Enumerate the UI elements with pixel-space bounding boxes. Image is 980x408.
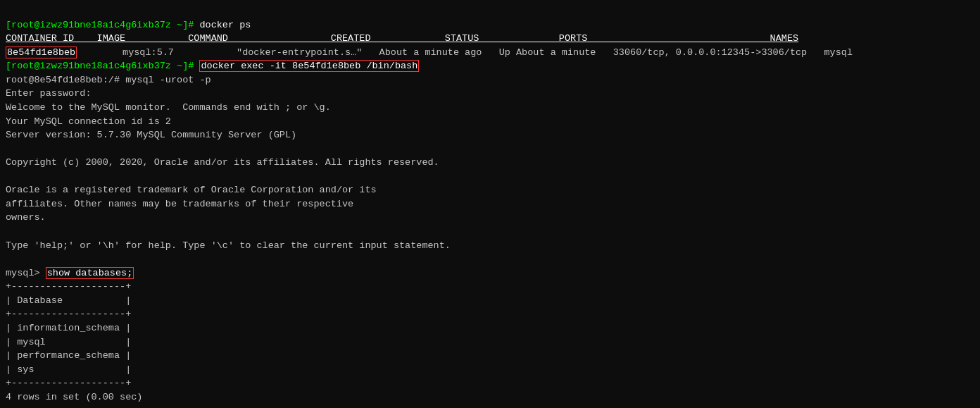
terminal-output: +--------------------+: [6, 376, 974, 390]
terminal-line: [6, 142, 974, 156]
terminal-output: | Database |: [6, 294, 974, 308]
mysql-prompt: mysql>: [6, 268, 46, 278]
terminal-output: root@8e54fd1e8beb:/# mysql -uroot -p: [6, 73, 974, 87]
terminal-line: CONTAINER ID IMAGE COMMAND CREATED STATU…: [6, 32, 974, 46]
terminal-line: 8e54fd1e8beb mysql:5.7 "docker-entrypoin…: [6, 46, 974, 60]
terminal-output: owners.: [6, 211, 974, 225]
terminal-output: | information_schema |: [6, 321, 974, 335]
shell-command-highlighted: docker exec -it 8e54fd1e8beb /bin/bash: [199, 60, 419, 72]
terminal-output: Server version: 5.7.30 MySQL Community S…: [6, 128, 974, 142]
terminal-output: | sys |: [6, 363, 974, 377]
terminal-output: Type 'help;' or '\h' for help. Type '\c'…: [6, 239, 974, 253]
table-header: CONTAINER ID IMAGE COMMAND CREATED STATU…: [6, 33, 798, 44]
container-id: 8e54fd1e8beb: [6, 47, 77, 58]
terminal-line: [root@izwz91bne18a1c4g6ixb37z ~]# docker…: [6, 18, 974, 32]
terminal-output: Oracle is a registered trademark of Orac…: [6, 183, 974, 197]
terminal-output: Welcome to the MySQL monitor. Commands e…: [6, 101, 974, 115]
terminal-line: [6, 170, 974, 184]
terminal-output: +--------------------+: [6, 307, 974, 321]
terminal-line: mysql> show databases;: [6, 266, 974, 280]
terminal-output: affiliates. Other names may be trademark…: [6, 197, 974, 211]
mysql-command-highlighted: show databases;: [46, 267, 134, 279]
terminal-line: [6, 252, 974, 266]
shell-command: docker ps: [199, 20, 251, 30]
terminal-line: [6, 404, 974, 408]
terminal-output: | performance_schema |: [6, 349, 974, 363]
terminal-output: 4 rows in set (0.00 sec): [6, 390, 974, 404]
terminal-window: [root@izwz91bne18a1c4g6ixb37z ~]# docker…: [6, 4, 974, 408]
table-row-rest: mysql:5.7 "docker-entrypoint.s…" About a…: [77, 47, 853, 58]
terminal-output: Enter password:: [6, 87, 974, 101]
terminal-output: +--------------------+: [6, 280, 974, 294]
terminal-line: [root@izwz91bne18a1c4g6ixb37z ~]# docker…: [6, 59, 974, 73]
shell-prompt: [root@izwz91bne18a1c4g6ixb37z ~]#: [6, 61, 199, 71]
terminal-output: Your MySQL connection id is 2: [6, 115, 974, 129]
terminal-output: Copyright (c) 2000, 2020, Oracle and/or …: [6, 156, 974, 170]
shell-prompt: [root@izwz91bne18a1c4g6ixb37z ~]#: [6, 20, 199, 30]
terminal-output: | mysql |: [6, 335, 974, 350]
terminal-line: [6, 225, 974, 239]
